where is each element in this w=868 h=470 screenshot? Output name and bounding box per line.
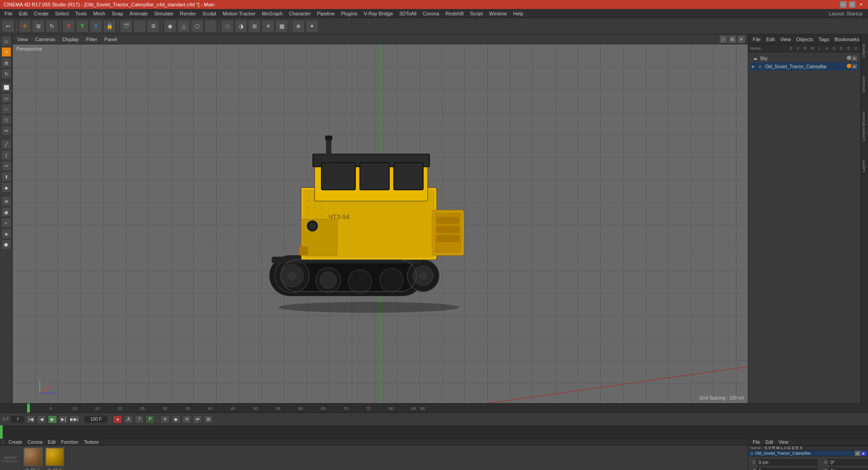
menu-mograph[interactable]: MoGraph bbox=[259, 10, 285, 17]
play-forward[interactable]: ▶ bbox=[48, 415, 57, 423]
texture-mode[interactable]: ▦ bbox=[275, 20, 288, 33]
tool-texture-paint[interactable]: ◈ bbox=[1, 229, 11, 239]
vp-ctrl-close[interactable]: ✕ bbox=[738, 36, 745, 43]
side-tab-objects[interactable]: Objects bbox=[861, 34, 868, 67]
attr-menu-file[interactable]: File bbox=[751, 439, 762, 445]
undo-button[interactable]: ↩ bbox=[2, 20, 14, 33]
play-back[interactable]: ◀ bbox=[37, 415, 46, 423]
coord-x[interactable]: X bbox=[62, 20, 75, 33]
vp-menu-cameras[interactable]: Cameras bbox=[33, 36, 57, 43]
mat-menu-corona[interactable]: Corona bbox=[26, 439, 44, 445]
menu-select[interactable]: Select bbox=[52, 10, 72, 17]
motion-rec[interactable]: ? bbox=[135, 415, 144, 423]
sel-vis-btn-1[interactable]: ● bbox=[855, 451, 860, 456]
tractor-vis-btn[interactable]: ● bbox=[852, 64, 857, 69]
transport-settings[interactable]: ⊞ bbox=[204, 415, 213, 423]
material-thumb-1[interactable] bbox=[24, 447, 42, 466]
rp-menu-objects[interactable]: Objects bbox=[794, 36, 815, 43]
material-thumb-2[interactable] bbox=[45, 447, 64, 466]
transport-move[interactable]: ✛ bbox=[160, 415, 170, 423]
tool-spline[interactable]: ∫ bbox=[1, 150, 11, 160]
tool-sculpt[interactable]: ◕ bbox=[1, 207, 11, 217]
point-mode[interactable]: · bbox=[204, 20, 217, 33]
transport-key[interactable]: ◆ bbox=[171, 415, 180, 423]
menu-render[interactable]: Render bbox=[177, 10, 199, 17]
menu-character[interactable]: Character bbox=[286, 10, 313, 17]
menu-motion-tracker[interactable]: Motion Tracker bbox=[220, 10, 258, 17]
side-tab-content-browser[interactable]: Content Browser bbox=[861, 102, 868, 150]
menu-create[interactable]: Create bbox=[31, 10, 52, 17]
menu-redshift[interactable]: Redshift bbox=[443, 10, 466, 17]
menu-pipeline[interactable]: Pipeline bbox=[314, 10, 337, 17]
snap-btn[interactable]: ⊕ bbox=[292, 20, 305, 33]
tool-move[interactable]: ✛ bbox=[1, 47, 11, 57]
tool-paint[interactable]: ✏ bbox=[1, 126, 11, 136]
polygon-mode[interactable]: △ bbox=[177, 20, 190, 33]
scene-obj-sky[interactable]: ☁ Sky ● bbox=[750, 54, 859, 62]
tool-model[interactable]: ◇ bbox=[1, 36, 11, 46]
mat-menu-edit[interactable]: Edit bbox=[46, 439, 57, 445]
rp-menu-edit[interactable]: Edit bbox=[764, 36, 777, 43]
menu-3dtoall[interactable]: 3DToAll bbox=[396, 10, 419, 17]
play-mode-p[interactable]: P bbox=[146, 415, 155, 423]
maximize-button[interactable]: □ bbox=[849, 1, 855, 8]
rp-menu-file[interactable]: File bbox=[751, 36, 763, 43]
mat-menu-function[interactable]: Function bbox=[59, 439, 80, 445]
side-tab-layers[interactable]: Layers bbox=[861, 150, 868, 181]
tool-line[interactable]: ╱ bbox=[1, 139, 11, 149]
vp-ctrl-expand[interactable]: ⤢ bbox=[720, 36, 727, 43]
scene-obj-tractor[interactable]: ▶ ◇ Old_Soviet_Tractor_Caterpillar ● bbox=[750, 62, 859, 70]
menu-sculpt[interactable]: Sculpt bbox=[200, 10, 219, 17]
total-frames-input[interactable] bbox=[85, 416, 107, 423]
side-tab-structure[interactable]: Structure bbox=[861, 67, 868, 102]
menu-snap[interactable]: Snap bbox=[109, 10, 126, 17]
rotate-button[interactable]: ↻ bbox=[46, 20, 58, 33]
coord-z-input[interactable] bbox=[757, 467, 818, 470]
menu-mesh[interactable]: Mesh bbox=[90, 10, 108, 17]
menu-simulate[interactable]: Simulate bbox=[151, 10, 176, 17]
viewport-canvas[interactable]: Perspective bbox=[13, 44, 748, 403]
vp-menu-panel[interactable]: Panel bbox=[103, 36, 119, 43]
transport-bounce[interactable]: ⇄ bbox=[193, 415, 202, 423]
scale-button[interactable]: ⊞ bbox=[32, 20, 45, 33]
frame-step-back[interactable]: |◀ bbox=[26, 415, 35, 423]
tool-bevel[interactable]: ◆ bbox=[1, 183, 11, 193]
menu-edit[interactable]: Edit bbox=[16, 10, 30, 17]
menu-tools[interactable]: Tools bbox=[72, 10, 90, 17]
sky-vis-btn[interactable]: ● bbox=[852, 56, 857, 61]
tool-select-circle[interactable]: ○ bbox=[1, 104, 11, 114]
sel-vis-btn-2[interactable]: ■ bbox=[861, 451, 866, 456]
timeline-track[interactable] bbox=[0, 425, 868, 439]
menu-animate[interactable]: Animate bbox=[127, 10, 151, 17]
tool-smooth[interactable]: ≈ bbox=[1, 218, 11, 228]
tool-morph[interactable]: ⬟ bbox=[1, 240, 11, 249]
axis-btn[interactable]: ✦ bbox=[306, 20, 318, 33]
vp-ctrl-layout[interactable]: ⊞ bbox=[729, 36, 736, 43]
move-button[interactable]: ✛ bbox=[19, 20, 31, 33]
vp-menu-display[interactable]: Display bbox=[61, 36, 80, 43]
coord-x-input[interactable] bbox=[757, 459, 818, 466]
play-next[interactable]: ▶| bbox=[59, 415, 68, 423]
lock-button[interactable]: 🔒 bbox=[103, 20, 116, 33]
tool-magnet[interactable]: ⊗ bbox=[1, 196, 11, 206]
attr-menu-edit[interactable]: Edit bbox=[764, 439, 775, 445]
render-active[interactable]: 🎥 bbox=[133, 20, 146, 33]
tool-scale[interactable]: ⊞ bbox=[1, 58, 11, 68]
record-btn[interactable]: ● bbox=[113, 415, 122, 423]
tool-knife[interactable]: ✂ bbox=[1, 161, 11, 171]
tool-select-rect[interactable]: ▭ bbox=[1, 93, 11, 103]
close-button[interactable]: ✕ bbox=[858, 1, 864, 8]
attr-menu-view[interactable]: View bbox=[777, 439, 790, 445]
selected-object-row[interactable]: ◇ Old_Soviet_Tractor_Caterpillar ● ■ bbox=[748, 451, 868, 456]
tool-select-all[interactable]: ⬜ bbox=[1, 82, 11, 92]
menu-script[interactable]: Script bbox=[467, 10, 486, 17]
mat-handle[interactable]: ⠿ bbox=[2, 440, 5, 445]
menu-plugins[interactable]: Plugins bbox=[338, 10, 360, 17]
menu-file[interactable]: File bbox=[2, 10, 15, 17]
coord-z[interactable]: Z bbox=[90, 20, 102, 33]
mat-menu-create[interactable]: Create bbox=[7, 439, 24, 445]
rp-menu-tags[interactable]: Tags bbox=[817, 36, 831, 43]
rp-menu-view[interactable]: View bbox=[778, 36, 793, 43]
menu-help[interactable]: Help bbox=[510, 10, 526, 17]
auto-key-btn[interactable]: A bbox=[124, 415, 133, 423]
